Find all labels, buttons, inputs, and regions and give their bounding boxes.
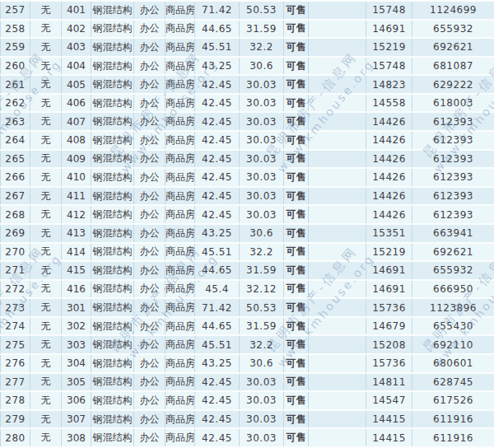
cell-floor-area: 45.4 — [195, 280, 240, 299]
cell-sequence-number: 279 — [1, 410, 30, 429]
cell-unit-number-link[interactable]: 405 — [62, 75, 91, 94]
cell-housing-type: 商品房 — [165, 354, 195, 373]
cell-status-badge: 可售 — [284, 298, 309, 317]
cell-unit-number-link[interactable]: 301 — [62, 298, 91, 317]
cell-empty — [309, 168, 366, 187]
cell-unit-price: 15748 — [366, 1, 412, 20]
cell-unit-price: 14679 — [366, 317, 412, 336]
cell-housing-type: 商品房 — [165, 410, 195, 429]
cell-total-price: 655932 — [412, 20, 494, 39]
cell-empty — [309, 1, 366, 20]
cell-sequence-number: 272 — [1, 280, 30, 299]
cell-usage: 办公 — [134, 75, 165, 94]
cell-unit-number-link[interactable]: 404 — [62, 57, 91, 76]
cell-inner-area: 31.59 — [240, 261, 284, 280]
cell-usage: 办公 — [134, 131, 165, 150]
cell-unit-number-link[interactable]: 410 — [62, 168, 91, 187]
cell-unit-price: 14426 — [366, 131, 412, 150]
cell-structure: 钢混结构 — [91, 131, 134, 150]
cell-housing-type: 商品房 — [165, 57, 195, 76]
cell-structure: 钢混结构 — [91, 168, 134, 187]
cell-empty — [309, 410, 366, 429]
cell-usage: 办公 — [134, 94, 165, 113]
cell-unit-number-link[interactable]: 415 — [62, 261, 91, 280]
cell-empty — [309, 317, 366, 336]
cell-unit-price: 15219 — [366, 38, 412, 57]
cell-housing-type: 商品房 — [165, 205, 195, 224]
cell-structure: 钢混结构 — [91, 261, 134, 280]
cell-floor-area: 42.45 — [195, 373, 240, 392]
cell-housing-type: 商品房 — [165, 298, 195, 317]
cell-mortgage-tag: 无 — [30, 317, 62, 336]
cell-total-price: 612393 — [412, 131, 494, 150]
cell-total-price: 692621 — [412, 243, 494, 262]
cell-sequence-number: 265 — [1, 150, 30, 169]
cell-sequence-number: 277 — [1, 373, 30, 392]
cell-floor-area: 71.42 — [195, 298, 240, 317]
cell-unit-number-link[interactable]: 407 — [62, 112, 91, 131]
cell-floor-area: 42.45 — [195, 187, 240, 206]
cell-unit-number-link[interactable]: 401 — [62, 1, 91, 20]
cell-total-price: 1124699 — [412, 1, 494, 20]
cell-empty — [309, 150, 366, 169]
cell-structure: 钢混结构 — [91, 57, 134, 76]
cell-total-price: 612393 — [412, 112, 494, 131]
cell-status-badge: 可售 — [284, 261, 309, 280]
cell-sequence-number: 269 — [1, 224, 30, 243]
cell-empty — [309, 224, 366, 243]
cell-mortgage-tag: 无 — [30, 261, 62, 280]
cell-housing-type: 商品房 — [165, 112, 195, 131]
cell-inner-area: 30.03 — [240, 112, 284, 131]
cell-unit-price: 14426 — [366, 205, 412, 224]
cell-sequence-number: 264 — [1, 131, 30, 150]
cell-sequence-number: 261 — [1, 75, 30, 94]
cell-sequence-number: 260 — [1, 57, 30, 76]
cell-unit-number-link[interactable]: 412 — [62, 205, 91, 224]
cell-unit-number-link[interactable]: 307 — [62, 410, 91, 429]
cell-unit-number-link[interactable]: 416 — [62, 280, 91, 299]
cell-unit-number-link[interactable]: 308 — [62, 428, 91, 447]
cell-sequence-number: 258 — [1, 20, 30, 39]
table-row: 263 无 407 钢混结构 办公 商品房 42.45 30.03 可售 144… — [1, 112, 494, 131]
cell-total-price: 612393 — [412, 205, 494, 224]
cell-unit-number-link[interactable]: 403 — [62, 38, 91, 57]
cell-unit-number-link[interactable]: 408 — [62, 131, 91, 150]
cell-unit-number-link[interactable]: 414 — [62, 243, 91, 262]
cell-inner-area: 30.03 — [240, 150, 284, 169]
table-row: 273 无 301 钢混结构 办公 商品房 71.42 50.53 可售 157… — [1, 298, 494, 317]
unit-sales-table: 257 无 401 钢混结构 办公 商品房 71.42 50.53 可售 157… — [0, 0, 494, 448]
cell-unit-price: 15208 — [366, 335, 412, 354]
table-row: 278 无 306 钢混结构 办公 商品房 42.45 30.03 可售 145… — [1, 391, 494, 410]
cell-structure: 钢混结构 — [91, 20, 134, 39]
cell-inner-area: 30.6 — [240, 354, 284, 373]
cell-housing-type: 商品房 — [165, 1, 195, 20]
table-row: 277 无 305 钢混结构 办公 商品房 42.45 30.03 可售 148… — [1, 373, 494, 392]
cell-unit-number-link[interactable]: 413 — [62, 224, 91, 243]
cell-total-price: 611916 — [412, 410, 494, 429]
cell-unit-number-link[interactable]: 411 — [62, 187, 91, 206]
cell-status-badge: 可售 — [284, 168, 309, 187]
cell-floor-area: 42.45 — [195, 391, 240, 410]
cell-empty — [309, 20, 366, 39]
cell-housing-type: 商品房 — [165, 428, 195, 447]
cell-empty — [309, 187, 366, 206]
cell-unit-number-link[interactable]: 303 — [62, 335, 91, 354]
table-row: 271 无 415 钢混结构 办公 商品房 44.65 31.59 可售 146… — [1, 261, 494, 280]
cell-unit-number-link[interactable]: 409 — [62, 150, 91, 169]
cell-empty — [309, 354, 366, 373]
cell-unit-number-link[interactable]: 306 — [62, 391, 91, 410]
cell-usage: 办公 — [134, 112, 165, 131]
cell-structure: 钢混结构 — [91, 335, 134, 354]
cell-unit-number-link[interactable]: 406 — [62, 94, 91, 113]
cell-floor-area: 42.45 — [195, 428, 240, 447]
cell-housing-type: 商品房 — [165, 335, 195, 354]
cell-status-badge: 可售 — [284, 224, 309, 243]
cell-unit-number-link[interactable]: 305 — [62, 373, 91, 392]
cell-empty — [309, 243, 366, 262]
cell-usage: 办公 — [134, 317, 165, 336]
cell-unit-number-link[interactable]: 304 — [62, 354, 91, 373]
cell-unit-number-link[interactable]: 402 — [62, 20, 91, 39]
cell-unit-number-link[interactable]: 302 — [62, 317, 91, 336]
cell-inner-area: 30.03 — [240, 168, 284, 187]
cell-status-badge: 可售 — [284, 131, 309, 150]
